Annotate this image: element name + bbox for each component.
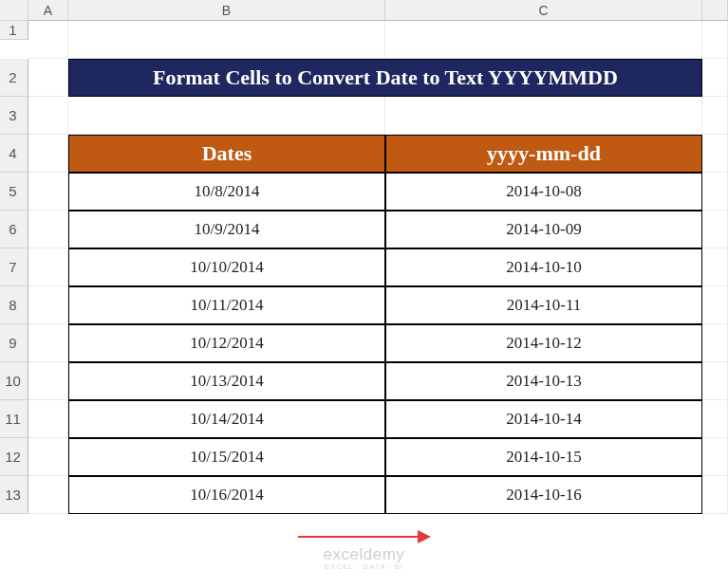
cell-ext7[interactable] [702,248,728,286]
table-header-yyyymmdd[interactable]: yyyy-mm-dd [385,135,702,173]
cell-ext12[interactable] [702,438,728,476]
cell-A1[interactable] [28,21,68,59]
cell-ext8[interactable] [702,286,728,324]
cell-A5[interactable] [28,173,68,211]
row-header-7[interactable]: 7 [0,248,28,286]
cell-ext11[interactable] [702,400,728,438]
cell-B3[interactable] [68,97,385,135]
cell-A7[interactable] [28,248,68,286]
table-header-dates[interactable]: Dates [68,135,385,173]
cell-A8[interactable] [28,286,68,324]
table-row[interactable]: 2014-10-14 [385,400,702,438]
table-row[interactable]: 2014-10-12 [385,324,702,362]
watermark: exceldemy EXCEL · DATA · BI [298,530,431,571]
row-header-13[interactable]: 13 [0,476,28,514]
table-row[interactable]: 10/10/2014 [68,248,385,286]
col-header-extra[interactable] [702,0,728,21]
col-header-B[interactable]: B [68,0,385,21]
cell-A13[interactable] [28,476,68,514]
table-row[interactable]: 10/8/2014 [68,173,385,211]
cell-ext9[interactable] [702,324,728,362]
col-header-C[interactable]: C [385,0,702,21]
cell-A4[interactable] [28,135,68,173]
table-row[interactable]: 10/14/2014 [68,400,385,438]
table-row[interactable]: 2014-10-09 [385,211,702,248]
row-header-10[interactable]: 10 [0,362,28,400]
table-row[interactable]: 10/12/2014 [68,324,385,362]
cell-ext6[interactable] [702,211,728,248]
table-row[interactable]: 2014-10-11 [385,286,702,324]
cell-ext1[interactable] [702,21,728,59]
cell-ext5[interactable] [702,173,728,211]
row-header-5[interactable]: 5 [0,173,28,211]
cell-ext2[interactable] [702,59,728,97]
row-header-3[interactable]: 3 [0,97,28,135]
cell-A6[interactable] [28,211,68,248]
watermark-subtext: EXCEL · DATA · BI [298,562,431,571]
table-row[interactable]: 2014-10-15 [385,438,702,476]
table-row[interactable]: 10/16/2014 [68,476,385,514]
col-header-A[interactable]: A [28,0,68,21]
row-header-2[interactable]: 2 [0,59,28,97]
row-header-11[interactable]: 11 [0,400,28,438]
table-row[interactable]: 2014-10-13 [385,362,702,400]
row-header-4[interactable]: 4 [0,135,28,173]
spreadsheet-grid: A B C 1 2 Format Cells to Convert Date t… [0,0,728,514]
table-row[interactable]: 2014-10-16 [385,476,702,514]
row-header-9[interactable]: 9 [0,324,28,362]
row-header-8[interactable]: 8 [0,286,28,324]
select-all-corner[interactable] [0,0,28,21]
row-header-1[interactable]: 1 [0,21,28,40]
table-row[interactable]: 10/13/2014 [68,362,385,400]
cell-ext10[interactable] [702,362,728,400]
row-header-6[interactable]: 6 [0,211,28,248]
cell-C1[interactable] [385,21,702,59]
cell-A2[interactable] [28,59,68,97]
watermark-text: exceldemy [298,545,431,564]
table-row[interactable]: 2014-10-08 [385,173,702,211]
table-row[interactable]: 10/15/2014 [68,438,385,476]
table-row[interactable]: 2014-10-10 [385,248,702,286]
cell-C3[interactable] [385,97,702,135]
title-cell[interactable]: Format Cells to Convert Date to Text YYY… [68,59,702,97]
cell-A3[interactable] [28,97,68,135]
cell-ext13[interactable] [702,476,728,514]
arrow-icon [298,530,431,543]
table-row[interactable]: 10/9/2014 [68,211,385,248]
cell-A9[interactable] [28,324,68,362]
cell-B1[interactable] [68,21,385,59]
cell-A10[interactable] [28,362,68,400]
table-row[interactable]: 10/11/2014 [68,286,385,324]
cell-ext3[interactable] [702,97,728,135]
row-header-12[interactable]: 12 [0,438,28,476]
cell-A12[interactable] [28,438,68,476]
cell-A11[interactable] [28,400,68,438]
cell-ext4[interactable] [702,135,728,173]
